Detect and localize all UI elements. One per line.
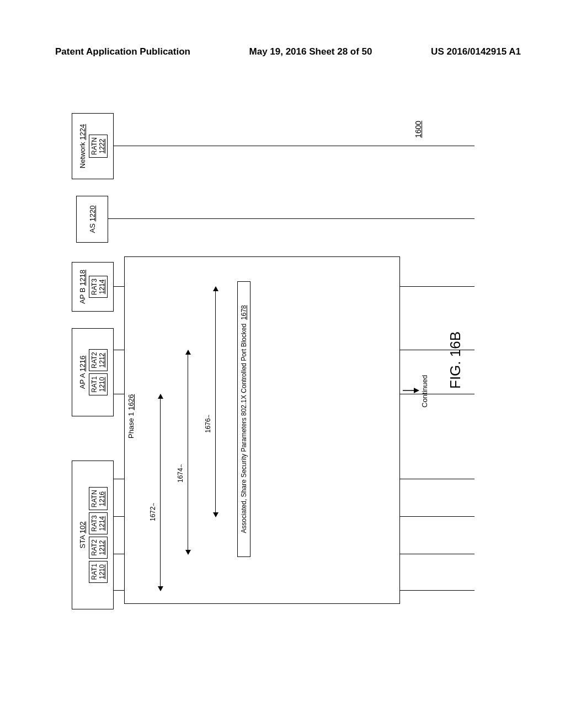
figure-number: 1600: [414, 121, 423, 138]
sta-rat2: RAT2 1212: [89, 537, 108, 559]
apa-ref: 1216: [78, 356, 87, 372]
arrow-1674-ref: 1674: [177, 468, 184, 483]
header-center: May 19, 2016 Sheet 28 of 50: [249, 46, 372, 57]
apb-rat3: RAT3 1214: [89, 276, 108, 298]
sta-rat1-label: RAT1: [90, 564, 98, 580]
sta-ratn-ref: 1216: [98, 491, 106, 506]
arrow-1672-label: 1672⌢: [149, 502, 157, 521]
apa-rat1-label: RAT1: [90, 376, 98, 393]
associated-text: Associated, Share Security Parameters 80…: [240, 324, 248, 533]
apb-box: AP B 1218 RAT3 1214: [72, 262, 114, 312]
apa-rat2-label: RAT2: [90, 352, 98, 368]
as-label: AS: [88, 223, 97, 233]
net-label: Network: [78, 142, 87, 168]
continued-arrow-icon: [403, 387, 419, 394]
header-right: US 2016/0142915 A1: [431, 46, 521, 57]
lifeline-net-ratn: [114, 146, 475, 146]
net-ratn-label: RATN: [90, 137, 98, 155]
apa-box: AP A 1216 RAT1 1210 RAT2 1212: [72, 328, 114, 416]
sta-rat2-label: RAT2: [90, 539, 98, 556]
sta-ratn-label: RATN: [90, 490, 98, 507]
arrow-1676: [215, 287, 216, 517]
arrow-1674: [188, 350, 188, 554]
apa-rat2: RAT2 1212: [89, 349, 108, 371]
net-ref: 1224: [78, 124, 87, 140]
lifeline-as: [108, 218, 475, 219]
associated-ref: 1678: [240, 305, 248, 320]
sta-rat1-ref: 1210: [98, 564, 106, 579]
sta-box: STA 102 RAT1 1210 RAT2 1212 RAT3 1214 RA…: [72, 461, 114, 609]
apb-rat3-ref: 1214: [98, 280, 106, 295]
diagram: STA 102 RAT1 1210 RAT2 1212 RAT3 1214 RA…: [72, 91, 486, 609]
arrow-1676-label: 1676⌢: [204, 414, 212, 433]
apa-rat1-ref: 1210: [98, 377, 106, 392]
sta-ref: 102: [78, 522, 87, 534]
sta-label: STA: [78, 536, 87, 549]
arrow-1672-ref: 1672: [149, 506, 157, 521]
diagram-rotated-container: STA 102 RAT1 1210 RAT2 1212 RAT3 1214 RA…: [19, 143, 538, 557]
sta-rat1: RAT1 1210: [89, 561, 108, 583]
phase-1-ref: 1626: [127, 394, 135, 410]
apa-rat2-ref: 1212: [98, 353, 106, 368]
as-ref: 1220: [88, 206, 97, 222]
phase-1-box: [124, 256, 400, 604]
phase-1-label: Phase 1 1626: [127, 394, 135, 438]
sta-rat3: RAT3 1214: [89, 512, 108, 534]
sta-ratn: RATN 1216: [89, 487, 108, 510]
sta-rat2-ref: 1212: [98, 540, 106, 555]
apa-label: AP A: [78, 373, 87, 389]
svg-marker-1: [414, 388, 419, 393]
net-ratn: RATN 1222: [89, 135, 108, 158]
as-box: AS 1220: [76, 196, 108, 243]
apb-ref: 1218: [78, 270, 87, 286]
arrow-1674-label: 1674⌢: [177, 464, 184, 483]
apb-label: AP B: [78, 288, 87, 304]
arrow-1672: [160, 394, 161, 591]
associated-bar: Associated, Share Security Parameters 80…: [237, 281, 250, 557]
network-box: Network 1224 RATN 1222: [72, 113, 114, 179]
apa-rat1: RAT1 1210: [89, 373, 108, 395]
continued-label: Continued: [420, 375, 429, 408]
sta-rat3-label: RAT3: [90, 515, 98, 532]
phase-1-text: Phase 1: [127, 412, 135, 438]
sta-rat3-ref: 1214: [98, 516, 106, 531]
header-left: Patent Application Publication: [55, 46, 190, 57]
page-header: Patent Application Publication May 19, 2…: [55, 46, 521, 57]
net-ratn-ref: 1222: [98, 139, 106, 154]
arrow-1676-ref: 1676: [204, 418, 212, 433]
figure-label: FIG. 16B: [447, 331, 464, 389]
apb-rat3-label: RAT3: [90, 279, 98, 295]
